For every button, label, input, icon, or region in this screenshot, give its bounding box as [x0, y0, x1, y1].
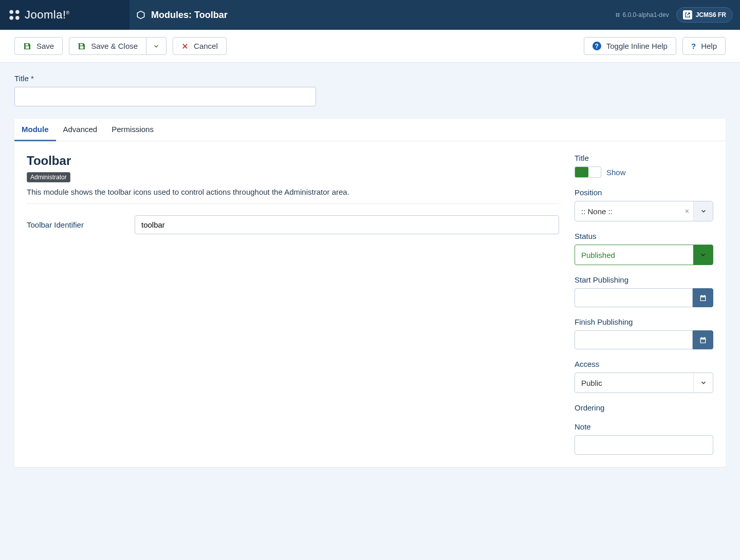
module-sidebar: Title Show Position :: None :: × — [575, 154, 713, 455]
save-icon — [78, 42, 86, 50]
chevron-down-icon — [153, 43, 160, 50]
toggle-inline-help-button[interactable]: ? Toggle Inline Help — [584, 37, 676, 55]
tab-permissions[interactable]: Permissions — [104, 119, 161, 141]
admin-badge: Administrator — [27, 172, 70, 182]
svg-point-1 — [15, 10, 19, 13]
top-right: 6.0.0-alpha1-dev JCMS6 FR — [615, 7, 740, 23]
top-bar: Joomla!® Modules: Toolbar 6.0.0-alpha1-d… — [0, 0, 740, 30]
side-title-label: Title — [575, 154, 713, 162]
main-card: Module Advanced Permissions Toolbar Admi… — [14, 119, 726, 467]
brand-text: Joomla!® — [25, 8, 70, 22]
clear-icon[interactable]: × — [681, 207, 693, 215]
calendar-button[interactable] — [693, 330, 713, 349]
position-select[interactable]: :: None :: × — [575, 201, 713, 221]
identifier-label: Toolbar Identifier — [27, 220, 126, 229]
module-description: This module shows the toolbar icons used… — [27, 188, 559, 204]
finish-publishing-input[interactable] — [575, 330, 693, 349]
close-icon — [181, 43, 189, 50]
page-title-area: Modules: Toolbar — [130, 10, 615, 21]
chevron-down-icon — [693, 373, 713, 393]
svg-point-5 — [618, 13, 619, 15]
position-label: Position — [575, 188, 713, 197]
svg-point-2 — [9, 16, 13, 20]
calendar-button[interactable] — [693, 288, 713, 307]
tab-advanced[interactable]: Advanced — [56, 119, 105, 141]
calendar-icon — [699, 336, 707, 344]
help-button[interactable]: ? Help — [682, 37, 726, 55]
user-badge[interactable]: JCMS6 FR — [676, 7, 733, 23]
access-label: Access — [575, 360, 713, 368]
note-input[interactable] — [575, 435, 713, 455]
cube-icon — [136, 10, 146, 20]
svg-point-3 — [15, 16, 19, 20]
svg-point-7 — [618, 15, 619, 17]
open-site-icon — [683, 10, 692, 20]
svg-point-6 — [616, 15, 617, 17]
note-label: Note — [575, 422, 713, 431]
cancel-button[interactable]: Cancel — [173, 37, 227, 55]
title-toggle[interactable] — [575, 166, 601, 178]
save-close-group: Save & Close — [69, 37, 166, 55]
svg-point-4 — [616, 13, 617, 15]
start-publishing-label: Start Publishing — [575, 275, 713, 284]
module-main: Toolbar Administrator This module shows … — [27, 154, 559, 455]
page-body: Title * Module Advanced Permissions Tool… — [0, 63, 740, 478]
save-close-button[interactable]: Save & Close — [69, 37, 146, 55]
joomla-logo-icon — [7, 8, 22, 22]
save-icon — [23, 42, 31, 50]
info-icon: ? — [593, 42, 601, 50]
save-button[interactable]: Save — [14, 37, 63, 55]
save-close-dropdown[interactable] — [146, 37, 166, 55]
version-badge[interactable]: 6.0.0-alpha1-dev — [615, 11, 669, 18]
svg-point-0 — [9, 10, 13, 13]
ordering-label: Ordering — [575, 403, 713, 412]
title-input[interactable] — [14, 87, 316, 106]
status-label: Status — [575, 232, 713, 240]
title-label: Title * — [14, 74, 726, 83]
tabs: Module Advanced Permissions — [14, 119, 726, 141]
joomla-mini-icon — [615, 12, 621, 18]
start-publishing-input[interactable] — [575, 288, 693, 307]
action-toolbar: Save Save & Close Cancel ? Toggle Inline… — [0, 30, 740, 63]
chevron-down-icon — [693, 245, 713, 265]
title-toggle-text: Show — [606, 168, 626, 177]
tab-module[interactable]: Module — [14, 119, 56, 141]
brand-area[interactable]: Joomla!® — [0, 0, 130, 30]
identifier-input[interactable] — [135, 215, 559, 234]
finish-publishing-label: Finish Publishing — [575, 318, 713, 326]
chevron-down-icon — [693, 201, 713, 221]
access-select[interactable]: Public — [575, 372, 713, 393]
module-heading: Toolbar — [27, 154, 559, 168]
status-select[interactable]: Published — [575, 245, 713, 265]
calendar-icon — [699, 294, 707, 302]
page-title: Modules: Toolbar — [151, 10, 228, 21]
help-icon: ? — [691, 42, 696, 50]
